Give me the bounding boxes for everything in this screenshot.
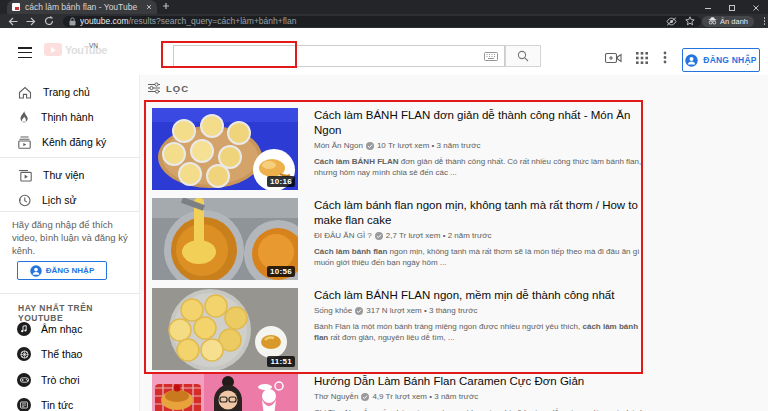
verified-badge-icon [375, 232, 383, 240]
video-thumbnail[interactable]: 10:56 [152, 198, 298, 280]
video-result-4: Hướng Dẫn Làm Bánh Flan Caramen Cực Đơn … [152, 374, 652, 411]
sidebar-item-trending[interactable]: Thịnh hành [0, 106, 140, 128]
lock-icon [69, 17, 76, 26]
signin-button-sidebar[interactable]: ĐĂNG NHẬP [17, 261, 107, 280]
channel-name[interactable]: Món Ăn Ngon [314, 141, 363, 150]
sidebar-item-sports[interactable]: Thể thao [0, 344, 140, 364]
video-thumbnail[interactable]: 10:16 [152, 108, 298, 190]
subscriptions-icon [18, 136, 31, 149]
video-title[interactable]: Cách làm BÁNH FLAN đơn giản dễ thành côn… [314, 108, 652, 138]
home-icon [18, 86, 32, 99]
youtube-apps-icon[interactable] [636, 50, 648, 68]
sidebar-item-library[interactable]: Thư viện [0, 164, 140, 186]
video-title[interactable]: Hướng Dẫn Làm Bánh Flan Caramen Cực Đơn … [314, 374, 652, 389]
search-box [173, 45, 505, 67]
incognito-badge: Ẩn danh [702, 16, 754, 27]
sidebar-divider [0, 211, 140, 212]
search-input[interactable] [174, 47, 484, 65]
gaming-icon [17, 373, 31, 387]
account-icon [685, 54, 698, 67]
new-tab-button[interactable] [162, 2, 170, 10]
video-description: Bánh Flan là một món bánh tráng miệng ng… [314, 321, 652, 343]
filter-tune-icon [148, 82, 160, 94]
search-icon [517, 50, 529, 62]
tab-close-icon[interactable] [146, 4, 152, 10]
address-bar[interactable]: youtube.com/results?search_query=cách+là… [63, 16, 701, 27]
sports-icon [17, 347, 31, 361]
filter-button[interactable]: LỌC [148, 82, 189, 94]
flame-icon [18, 110, 30, 124]
video-duration: 10:16 [267, 176, 295, 187]
video-thumbnail[interactable] [152, 374, 298, 411]
music-icon [17, 322, 31, 336]
youtube-play-icon [44, 43, 62, 56]
tab-title: cách làm bánh flan - YouTube [25, 2, 143, 12]
sidebar-item-history[interactable]: Lịch sử [0, 189, 140, 211]
back-button[interactable] [8, 17, 18, 26]
video-description: Cách làm BÁNH FLAN đơn giản dễ thành côn… [314, 156, 652, 178]
video-description: Chị Thơ Nguyễn mến chào các em, trong vi… [314, 407, 652, 411]
search-button[interactable] [505, 45, 541, 67]
video-thumbnail[interactable]: 11:51 [152, 288, 298, 370]
forward-button[interactable] [26, 17, 36, 26]
account-icon [30, 265, 42, 277]
signin-button-header[interactable]: ĐĂNG NHẬP [682, 48, 760, 72]
browser-tab[interactable]: cách làm bánh flan - YouTube [7, 0, 157, 14]
verified-badge-icon [361, 393, 369, 401]
search-results: LỌC [140, 75, 768, 411]
video-meta: 4,9 Tr lượt xem • 3 năm trước [372, 392, 478, 401]
sidebar-item-subscriptions[interactable]: Kênh đăng ký [0, 131, 140, 153]
keyboard-icon[interactable] [484, 52, 498, 61]
history-icon [18, 194, 31, 207]
channel-name[interactable]: Thơ Nguyễn [314, 392, 358, 401]
tab-favicon-icon [12, 3, 20, 11]
sidebar-item-music[interactable]: Âm nhạc [0, 319, 140, 339]
video-title[interactable]: Cách làm BÁNH FLAN ngon, mềm mịn dễ thàn… [314, 288, 652, 303]
video-title[interactable]: Cách làm bánh flan ngon mịn, không tanh … [314, 198, 652, 228]
channel-name[interactable]: ĐI ĐÂU ĂN GÌ ? [314, 231, 372, 240]
library-icon [18, 169, 32, 182]
video-result-1: 10:16 Cách làm BÁNH FLAN đơn giản dễ thà… [152, 108, 652, 190]
settings-menu-icon[interactable] [663, 50, 667, 68]
browser-titlebar: cách làm bánh flan - YouTube [0, 0, 768, 14]
sidebar-item-home[interactable]: Trang chủ [0, 81, 140, 103]
video-result-2: 10:56 Cách làm bánh flan ngon mịn, không… [152, 198, 652, 280]
sidebar-divider [0, 293, 140, 294]
channel-name[interactable]: Sống khỏe [314, 306, 352, 315]
browser-window: cách làm bánh flan - YouTube youtube.com… [0, 0, 768, 411]
news-icon [17, 398, 31, 411]
incognito-label: Ẩn danh [720, 17, 748, 26]
incognito-icon [708, 17, 717, 25]
guide-menu-icon[interactable] [18, 47, 32, 58]
video-description: Cách làm bánh flan ngon mịn, không tanh … [314, 246, 652, 268]
browser-menu-icon[interactable] [764, 17, 766, 25]
sidebar-item-gaming[interactable]: Trò chơi [0, 370, 140, 390]
sidebar-item-news[interactable]: Tin tức [0, 395, 140, 411]
region-label: VN [89, 42, 98, 49]
video-result-3: 11:51 Cách làm BÁNH FLAN ngon, mềm mịn d… [152, 288, 652, 370]
video-meta: 317 N lượt xem • 3 tháng trước [366, 306, 477, 315]
youtube-header: YouTube VN ĐĂNG NHẬP [0, 28, 768, 75]
signin-promo-text: Hãy đăng nhập để thích video, bình luận … [12, 218, 130, 257]
sidebar-divider [0, 157, 140, 158]
reload-button[interactable] [44, 16, 54, 26]
video-meta: 10 Tr lượt xem • 3 năm trước [377, 141, 481, 150]
url-text: youtube.com/results?search_query=cách+là… [80, 16, 660, 26]
browser-toolbar: youtube.com/results?search_query=cách+là… [0, 14, 768, 28]
upload-video-icon[interactable] [605, 50, 622, 68]
video-duration: 11:51 [267, 356, 295, 367]
page-content: Trang chủ Thịnh hành Kênh đăng ký Thư vi… [0, 75, 768, 411]
sidebar: Trang chủ Thịnh hành Kênh đăng ký Thư vi… [0, 75, 140, 411]
video-meta: 2,7 Tr lượt xem • 2 năm trước [386, 231, 492, 240]
video-duration: 10:56 [267, 266, 295, 277]
verified-badge-icon [366, 142, 374, 150]
verified-badge-icon [355, 307, 363, 315]
